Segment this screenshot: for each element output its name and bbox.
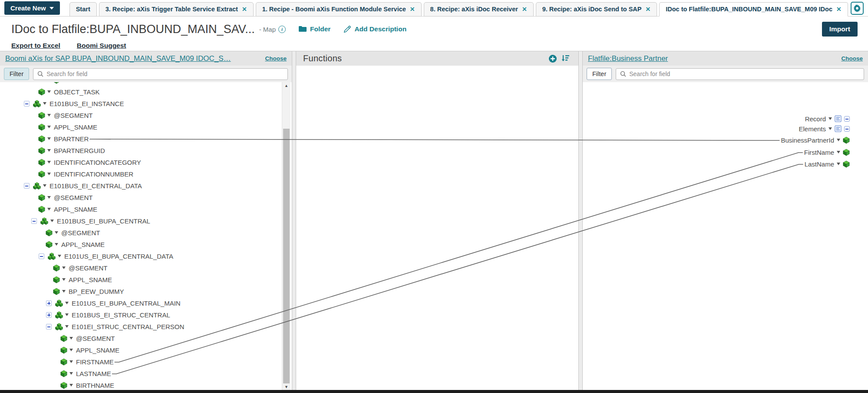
chevron-down-icon[interactable] (50, 220, 54, 222)
chevron-down-icon[interactable] (65, 302, 69, 304)
tree-row-field[interactable]: FIRSTNAME (0, 356, 282, 368)
chevron-down-icon[interactable] (62, 290, 66, 293)
panel-divider-right[interactable] (578, 51, 583, 393)
target-group-row[interactable]: Record (805, 113, 850, 124)
tab-close-icon[interactable]: ✕ (836, 6, 842, 12)
chevron-down-icon[interactable] (69, 337, 73, 340)
view-list-icon[interactable] (835, 125, 842, 132)
tree-row-field[interactable]: @SEGMENT (0, 227, 282, 239)
tab-close-icon[interactable]: ✕ (410, 6, 415, 12)
boomi-suggest-link[interactable]: Boomi Suggest (77, 42, 126, 51)
tree-row-field[interactable]: @SEGMENT (0, 262, 282, 274)
tab[interactable]: 8. Recipe: aXis iDoc Receiver✕ (424, 2, 534, 17)
chevron-down-icon[interactable] (828, 127, 832, 130)
target-group-row[interactable]: Elements (799, 123, 850, 134)
collapse-minus-icon[interactable] (39, 253, 44, 259)
collapse-minus-icon[interactable] (46, 324, 52, 330)
source-profile-link[interactable]: Boomi aXis for SAP BUPA_INBOUND_MAIN_SAV… (5, 54, 260, 63)
source-search-input[interactable] (46, 70, 284, 77)
tree-row-field[interactable] (0, 82, 282, 86)
chevron-down-icon[interactable] (65, 313, 69, 316)
folder-button[interactable]: Folder (299, 25, 330, 33)
tree-row-field[interactable]: @SEGMENT (0, 110, 282, 121)
target-choose-link[interactable]: Choose (841, 55, 863, 62)
chevron-down-icon[interactable] (69, 349, 73, 351)
chevron-down-icon[interactable] (837, 163, 840, 165)
source-choose-link[interactable]: Choose (265, 55, 287, 62)
tab-close-icon[interactable]: ✕ (242, 6, 247, 12)
tree-row-field[interactable]: @SEGMENT (0, 192, 282, 203)
import-button[interactable]: Import (822, 22, 858, 37)
add-function-icon[interactable] (548, 54, 557, 63)
chevron-down-icon[interactable] (47, 196, 51, 199)
expand-plus-icon[interactable] (46, 312, 52, 318)
target-field-row[interactable]: LastName (805, 159, 850, 169)
chevron-down-icon[interactable] (47, 173, 51, 175)
scroll-up-icon[interactable]: ▲ (282, 82, 290, 89)
sort-functions-icon[interactable] (561, 54, 570, 63)
chevron-down-icon[interactable] (69, 372, 73, 375)
chevron-down-icon[interactable] (69, 360, 73, 363)
tab-close-icon[interactable]: ✕ (522, 6, 527, 12)
tree-row-segment[interactable]: E101US_EI_BUPA_CENTRAL_MAIN (0, 297, 282, 309)
chevron-down-icon[interactable] (55, 231, 58, 234)
chevron-down-icon[interactable] (47, 149, 51, 152)
tab-close-icon[interactable]: ✕ (645, 6, 650, 12)
chevron-down-icon[interactable] (55, 243, 58, 246)
view-list-icon[interactable] (835, 115, 842, 122)
expand-plus-icon[interactable] (46, 300, 52, 306)
chevron-down-icon[interactable] (47, 90, 51, 93)
tree-row-segment[interactable]: E101BUS_EI_CENTRAL_DATA (0, 180, 282, 192)
target-field-row[interactable]: FirstName (804, 147, 850, 157)
collapse-minus-icon[interactable] (31, 218, 37, 224)
target-profile-link[interactable]: Flatfile:Business Partner (588, 54, 836, 63)
tree-row-field[interactable]: APPL_SNAME (0, 239, 282, 250)
tree-row-field[interactable]: BPARTNERGUID (0, 145, 282, 157)
tree-row-field[interactable]: APPL_SNAME (0, 203, 282, 215)
target-filter-button[interactable]: Filter (587, 68, 612, 80)
tab[interactable]: 9. Recipe: aXis iDoc Send to SAP✕ (536, 2, 657, 17)
tab[interactable]: 3. Recipe: aXis Trigger Table Service Ex… (99, 2, 254, 17)
target-field-row[interactable]: BusinessPartnerId (781, 135, 850, 145)
scrollbar-thumb[interactable] (283, 129, 290, 383)
info-icon[interactable]: i (278, 26, 286, 33)
view-list-icon-wrap[interactable] (835, 115, 842, 122)
chevron-down-icon[interactable] (837, 139, 840, 141)
tab[interactable]: IDoc to Flatfile:BUPA_INBOUND_MAIN_SAVE_… (659, 2, 848, 17)
tree-row-field[interactable]: APPL_SNAME (0, 344, 282, 356)
chevron-down-icon[interactable] (47, 137, 51, 140)
chevron-down-icon[interactable] (47, 126, 51, 128)
tree-row-field[interactable]: BPARTNER (0, 133, 282, 145)
collapse-minus-icon[interactable] (24, 183, 30, 189)
chevron-down-icon[interactable] (43, 184, 46, 187)
tree-row-field[interactable]: BIRTHNAME (0, 380, 282, 391)
create-new-button[interactable]: Create New (4, 1, 60, 15)
tab[interactable]: Start (69, 2, 97, 17)
tree-row-field[interactable]: APPL_SNAME (0, 121, 282, 133)
chevron-down-icon[interactable] (62, 266, 66, 269)
collapse-minus-icon[interactable] (844, 116, 850, 122)
tree-row-field[interactable]: LASTNAME (0, 368, 282, 380)
chevron-down-icon[interactable] (47, 208, 51, 210)
tree-row-field[interactable]: OBJECT_TASK (0, 86, 282, 98)
view-list-icon-wrap[interactable] (835, 125, 842, 132)
tree-row-segment[interactable]: E101US_EI_BUPA_CENTRAL_DATA (0, 250, 282, 262)
add-description-button[interactable]: Add Description (343, 25, 406, 33)
source-filter-button[interactable]: Filter (4, 68, 29, 80)
tree-row-field[interactable]: BP_EEW_DUMMY (0, 286, 282, 297)
tree-row-field[interactable]: @SEGMENT (0, 333, 282, 344)
collapse-minus-icon[interactable] (844, 126, 850, 132)
tree-row-field[interactable]: IDENTIFICATIONNUMBER (0, 168, 282, 180)
target-search-input[interactable] (629, 70, 860, 77)
collapse-minus-icon[interactable] (24, 101, 30, 107)
tree-row-segment[interactable]: E101BUS_EI_INSTANCE (0, 98, 282, 110)
panel-divider-left[interactable] (292, 51, 296, 393)
chevron-down-icon[interactable] (47, 161, 51, 163)
tree-row-field[interactable]: APPL_SNAME (0, 274, 282, 286)
tree-row-segment[interactable]: E101BUS_EI_STRUC_CENTRAL (0, 309, 282, 321)
tree-row-field[interactable]: IDENTIFICATIONCATEGORY (0, 157, 282, 168)
settings-gear-button[interactable] (851, 2, 864, 15)
chevron-down-icon[interactable] (69, 384, 73, 386)
chevron-down-icon[interactable] (47, 114, 51, 117)
tree-row-segment[interactable]: E101BUS_EI_BUPA_CENTRAL (0, 215, 282, 227)
